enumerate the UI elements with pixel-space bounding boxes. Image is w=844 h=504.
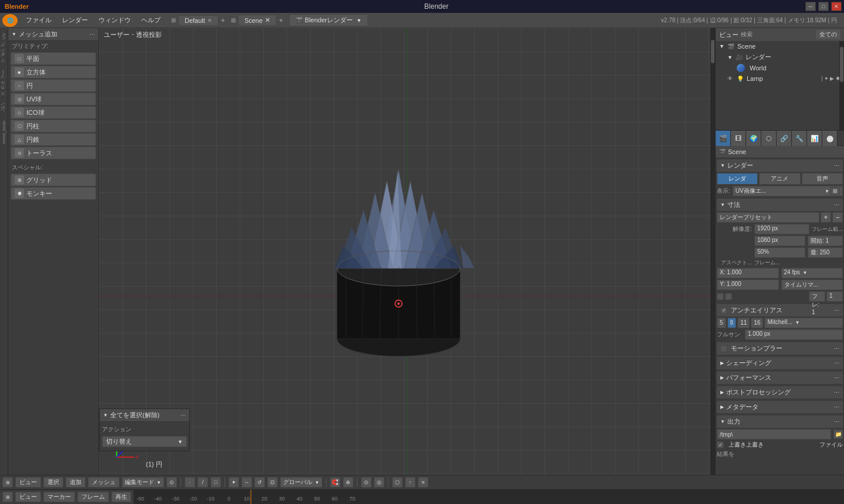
odd-checkbox[interactable] [725,293,732,300]
outliner-lamp[interactable]: 👁 💡 Lamp | ✦ ▶ ✱ [716,73,844,84]
aa-checkbox[interactable]: ✓ [720,307,727,314]
preset-name-field[interactable]: レンダープリセット [717,212,819,223]
motion-blur-checkbox[interactable] [720,345,727,352]
close-button[interactable]: ✕ [831,2,842,11]
outliner-scrollbar[interactable] [839,41,844,130]
minimize-button[interactable]: ─ [805,2,816,11]
mesh-btn-cone[interactable]: △ 円錐 [11,133,96,146]
prop-tab-material[interactable]: ⬤ [822,131,838,146]
prop-tab-scene[interactable]: 🎞 [731,131,746,146]
magnet-icon[interactable]: ⊕ [343,477,353,488]
menu-render[interactable]: レンダー [57,15,93,26]
post-processing-header[interactable]: ▶ ポストプロセッシング ⋯ [717,386,843,399]
timeline-icon[interactable]: ⊞ [2,492,13,502]
bottom-mesh-btn[interactable]: メッシュ [88,477,120,488]
render-tab-audio[interactable]: 音声 [802,173,843,185]
frame-start-input[interactable]: 開始: 1 [808,236,843,246]
maximize-button[interactable]: □ [818,2,829,11]
transform-space-selector[interactable]: グローバル ▼ [280,477,322,488]
viewport-scrollbar-v[interactable] [710,28,715,475]
output-browse-btn[interactable]: 📁 [833,430,843,439]
dimensions-section-header[interactable]: ▼ 寸法 ⋯ [717,199,843,211]
menu-file[interactable]: ファイル [21,15,56,26]
prop-tab-modifiers[interactable]: 🔧 [792,131,807,146]
aa-btn-5[interactable]: 5 [717,318,726,328]
render-engine-selector[interactable]: 🎬 Blenderレンダー ▼ [289,14,368,26]
render-section-header[interactable]: ▼ レンダー ⋯ [717,159,843,172]
aspect-x-input[interactable]: X: 1.000 [717,268,779,278]
timeline-play-btn[interactable]: 再生 [111,492,131,502]
aa-btn-8[interactable]: 8 [727,318,737,328]
shading-header[interactable]: ▶ シェーディング ⋯ [717,357,843,369]
switch-select[interactable]: 切り替え ▼ [102,436,187,447]
workspace-close-icon[interactable]: ✕ [207,18,212,23]
bottom-icon-btn[interactable]: ⊞ [2,477,13,488]
mesh-btn-circle[interactable]: ○ 円 [11,79,96,92]
scale-icon[interactable]: ⊡ [267,477,278,488]
mesh-btn-monkey[interactable]: ⚉ モンキー [11,187,96,200]
prop-tab-constraints[interactable]: 🔗 [777,131,792,146]
resolution-y-input[interactable]: 1080 px [754,236,805,246]
vertex-icon[interactable]: · [185,477,195,488]
menu-window[interactable]: ウィンドウ [94,15,135,26]
transform-icon[interactable]: ✦ [229,477,239,488]
scene-tab[interactable]: Scene ✕ [238,15,277,26]
render-tab-render[interactable]: レンダ [717,173,758,185]
bottom-select-btn[interactable]: 選択 [43,477,63,488]
proportional-icon[interactable]: ⊙ [361,477,372,488]
mode-icon-btn[interactable]: ⊙ [166,477,177,488]
outliner-renderer[interactable]: ▼ 🎥 レンダー [716,52,844,63]
motion-blur-header[interactable]: モーションブラー ⋯ [717,342,843,355]
overwrite-checkbox[interactable]: ✓ [717,441,724,448]
move-icon[interactable]: ↔ [241,477,252,488]
field-checkbox[interactable] [717,293,724,300]
edge-icon[interactable]: / [198,477,208,488]
add-workspace-icon[interactable]: + [221,16,225,25]
display-extra-btn[interactable]: ⊞ [831,187,840,195]
frame-step2-input[interactable]: 1 [826,291,843,302]
face-icon[interactable]: □ [210,477,221,488]
rotate-icon[interactable]: ↺ [254,477,265,488]
scale-input[interactable]: 50% [754,247,805,258]
menu-help[interactable]: ヘルプ [137,15,165,26]
scene-close-icon[interactable]: ✕ [265,16,270,24]
add-scene-icon[interactable]: + [279,16,283,25]
preset-add-button[interactable]: + [821,212,831,223]
bottom-view-btn[interactable]: ビュー [15,477,41,488]
timeline-view-btn[interactable]: ビュー [15,492,41,502]
output-path-field[interactable]: /tmp\ [717,429,831,440]
full-sample-input[interactable]: 1.000 px [745,329,843,340]
normals-icon[interactable]: ↑ [405,477,416,488]
outliner-world[interactable]: World [716,63,844,73]
aa-btn-11[interactable]: 11 [737,318,750,328]
mesh-btn-grid[interactable]: ⊞ グリッド [11,173,96,186]
prop-tab-render[interactable]: 🎬 [716,131,731,146]
workspace-tab-default[interactable]: Default ✕ [178,15,219,26]
time-limit-input[interactable]: タイムリマ... [781,280,843,290]
display-selector[interactable]: UV画像エ... ▼ ⊞ [733,186,843,196]
metadata-header[interactable]: ▶ メタデータ ⋯ [717,401,843,413]
prop2-icon[interactable]: ◎ [374,477,384,488]
render-tab-animate[interactable]: アニメ [759,173,800,185]
fps-input[interactable]: 24 fps ▼ [781,268,843,278]
prop-tab-data[interactable]: 📊 [807,131,822,146]
mesh-display-icon[interactable]: ⬡ [392,477,403,488]
mesh-btn-torus[interactable]: ⊙ トーラス [11,147,96,159]
mesh-btn-cube[interactable]: ■ 立方体 [11,66,96,79]
timeline-marker-btn[interactable]: マーカー [43,492,75,502]
timeline-frame-btn[interactable]: フレーム [77,492,109,502]
outliner-scene[interactable]: ▼ 🎬 Scene [716,41,844,52]
mesh-btn-plane[interactable]: □ 平面 [11,52,96,65]
viewport-3d[interactable]: ユーザー・透視投影 [99,28,715,475]
mesh-btn-icosphere[interactable]: ◇ ICO球 [11,106,96,119]
performance-header[interactable]: ▶ パフォーマンス ⋯ [717,372,843,384]
prop-tab-object[interactable]: ⬡ [761,131,777,146]
resolution-x-input[interactable]: 1920 px [754,224,809,234]
outliner-all-btn[interactable]: 全ての [816,30,840,39]
aa-section-header[interactable]: ✓ アンチエイリアス ⋯ [717,304,843,316]
frame-step1-input[interactable]: フレ: 1 [809,291,825,302]
filter-input[interactable]: Mitchell... ▼ [764,318,843,328]
bottom-add-btn[interactable]: 追加 [66,477,86,488]
aspect-y-input[interactable]: Y: 1.000 [717,280,779,290]
timeline-ruler[interactable]: -50 -40 -30 -20 -10 0 10 20 30 40 50 60 … [134,490,844,504]
